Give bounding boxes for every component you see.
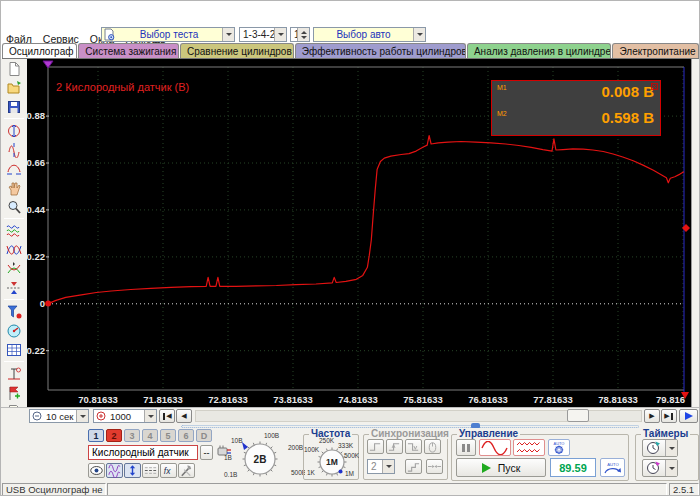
svg-text:100K: 100K — [304, 446, 320, 453]
firing-order-arrow-icon[interactable] — [274, 28, 286, 41]
auto-settings-gear-button[interactable]: AUTO — [548, 439, 570, 456]
oscilloscope-chart[interactable]: 70.8163371.8163372.8163373.8163374.81633… — [27, 59, 691, 407]
signal-clear-button[interactable]: -- — [200, 445, 213, 460]
svg-text:1K: 1K — [307, 469, 316, 476]
time-navigation-bar: 10 сек 1000 ◀ ◀ ▶ ▶ — [1, 407, 700, 423]
tab-3[interactable]: Эффективность работы цилиндров — [295, 43, 466, 58]
tab-1[interactable]: Система зажигания — [78, 43, 179, 58]
zoom-factor-value: 1000 — [107, 411, 144, 422]
voltage-range-knob[interactable]: 2В0.1В1В10В100В200В500В — [221, 429, 305, 481]
autoscale-icon[interactable] — [2, 121, 26, 140]
svg-text:AUTO: AUTO — [554, 441, 565, 446]
tab-0[interactable]: Осциллограф — [2, 43, 77, 58]
svg-text:77.81633: 77.81633 — [533, 394, 573, 405]
signal-name-value: Кислородный датчик — [92, 447, 189, 458]
status-spacer — [107, 483, 667, 496]
math-function-icon[interactable]: fx — [160, 463, 177, 478]
position-scrollbar-thumb[interactable] — [567, 409, 589, 422]
tab-5[interactable]: Электропитание — [612, 43, 699, 58]
svg-text:78.81633: 78.81633 — [598, 394, 638, 405]
go-first-button[interactable]: ◀ — [159, 409, 175, 423]
waves-compare-icon[interactable] — [2, 240, 26, 259]
svg-text:71.81633: 71.81633 — [143, 394, 183, 405]
measurement-box[interactable]: M1 0.008 В M2 0.598 В — [491, 80, 661, 136]
zoom-factor-arrow-icon[interactable] — [144, 410, 156, 422]
new-file-icon[interactable] — [2, 59, 26, 78]
car-select-value: Выбор авто — [314, 29, 413, 40]
flag-marker-icon[interactable] — [2, 383, 26, 402]
step-back-button[interactable]: ◀ — [176, 409, 192, 423]
tab-2[interactable]: Сравнение цилиндров — [180, 43, 294, 58]
tab-4[interactable]: Анализ давления в цилиндре — [467, 43, 612, 58]
zoom-in-icon[interactable] — [94, 411, 107, 421]
time-scale-arrow-icon[interactable] — [76, 410, 88, 422]
timer-record-button[interactable] — [642, 459, 678, 477]
car-select-arrow-icon[interactable] — [413, 28, 425, 41]
vertical-scale-icon[interactable] — [2, 140, 26, 159]
timer-start-button[interactable] — [642, 439, 678, 457]
channel-button-2[interactable]: 2 — [106, 429, 122, 442]
trigger-marker-icon[interactable] — [2, 302, 26, 321]
sync-channel-arrow-icon[interactable] — [382, 460, 394, 473]
zero-level-icon[interactable] — [2, 364, 26, 383]
autorange-arrows-icon[interactable] — [124, 463, 141, 478]
waves-overlay-icon[interactable] — [2, 221, 26, 240]
sync-manual-icon[interactable] — [424, 439, 441, 454]
stream-mode-button[interactable] — [513, 439, 545, 456]
sync-converge-icon[interactable] — [426, 459, 443, 474]
firing-order-combo[interactable]: 1-3-4-2 — [239, 27, 287, 42]
start-button[interactable]: Пуск — [456, 458, 546, 477]
zoom-out-icon[interactable] — [30, 411, 43, 421]
cylinder-spinner[interactable]: 1 — [290, 27, 310, 42]
svg-text:10В: 10В — [231, 437, 243, 444]
pause-button[interactable] — [456, 439, 476, 456]
sync-steps-icon[interactable] — [405, 459, 422, 474]
go-last-button[interactable]: ▶ — [661, 409, 677, 423]
time-scale-combo[interactable]: 10 сек — [29, 409, 89, 423]
grid-table-icon[interactable] — [2, 340, 26, 359]
zoom-factor-combo[interactable]: 1000 — [93, 409, 157, 423]
measure-close-icon[interactable] — [651, 83, 658, 90]
car-select-combo[interactable]: Выбор авто — [313, 27, 426, 42]
channel-button-1[interactable]: 1 — [88, 429, 104, 442]
frequency-group: Частота 1М1K100K250K333K500K1М — [303, 434, 359, 480]
single-wave-mode-button[interactable] — [479, 439, 511, 456]
cylinder-spinner-arrows[interactable] — [297, 28, 309, 41]
channel-button-5[interactable]: 5 — [160, 429, 176, 442]
level-marker[interactable] — [682, 224, 690, 232]
sync-level-up-icon[interactable] — [386, 439, 403, 454]
sync-rising-edge-icon[interactable] — [367, 439, 384, 454]
sync-falling-edge-icon[interactable] — [405, 439, 422, 454]
play-button[interactable] — [679, 409, 698, 423]
save-icon[interactable] — [2, 97, 26, 116]
channel-button-6[interactable]: 6 — [178, 429, 194, 442]
noise-filter-icon[interactable] — [106, 463, 123, 478]
svg-text:74.81633: 74.81633 — [338, 394, 378, 405]
level-cursor-icon[interactable] — [2, 278, 26, 297]
control-group: Управление AUTO Пуск 89.59 AUTO — [451, 434, 629, 481]
channel-button-D[interactable]: D — [196, 429, 212, 442]
horizontal-scale-icon[interactable] — [2, 159, 26, 178]
auto-sweep-button[interactable]: AUTO — [600, 458, 625, 477]
visibility-eye-icon[interactable] — [88, 463, 105, 478]
frequency-knob[interactable]: 1М1K100K250K333K500K1М — [304, 436, 359, 479]
xy-mode-icon[interactable] — [2, 259, 26, 278]
signal-select-combo[interactable]: Кислородный датчик — [88, 445, 198, 460]
svg-text:0.66: 0.66 — [27, 157, 45, 168]
settings-tools-icon[interactable] — [178, 463, 195, 478]
sync-group-label: Синхронизация — [369, 428, 451, 439]
open-file-icon[interactable] — [2, 78, 26, 97]
step-forward-button[interactable]: ▶ — [644, 409, 660, 423]
channel-button-4[interactable]: 4 — [142, 429, 158, 442]
grid-lines-icon[interactable] — [142, 463, 159, 478]
axis-labels: 70.8163371.8163372.8163373.8163374.81633… — [27, 110, 685, 405]
zoom-icon[interactable] — [2, 197, 26, 216]
pan-hand-icon[interactable] — [2, 178, 26, 197]
test-select-combo[interactable]: Выбор теста — [101, 27, 235, 42]
timer-record-arrow-icon[interactable] — [665, 460, 677, 476]
channel-button-3[interactable]: 3 — [124, 429, 140, 442]
sync-channel-combo[interactable]: 2 — [367, 459, 395, 474]
test-select-arrow-icon[interactable] — [222, 28, 234, 41]
measure-tool-icon[interactable] — [2, 321, 26, 340]
timer-start-arrow-icon[interactable] — [665, 440, 677, 456]
